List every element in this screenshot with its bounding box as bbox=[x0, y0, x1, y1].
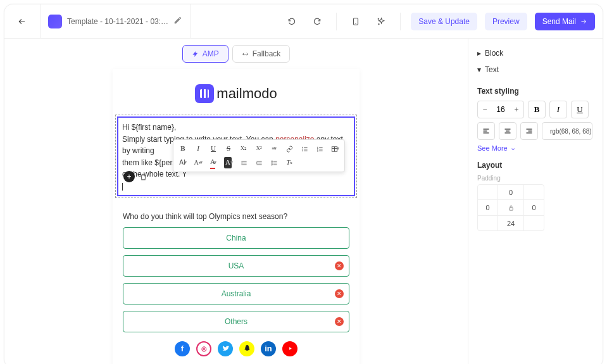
rich-text-toolbar: B I U S X₂ X² ≡▾ bbox=[173, 139, 345, 172]
list-ul-button[interactable] bbox=[297, 142, 311, 155]
increase-font-button[interactable]: + bbox=[510, 101, 523, 118]
youtube-icon[interactable] bbox=[282, 341, 297, 356]
linkedin-icon[interactable]: in bbox=[261, 341, 276, 356]
link-button[interactable] bbox=[282, 142, 296, 155]
remove-option-icon[interactable]: ✕ bbox=[335, 261, 344, 270]
topbar: Template - 10-11-2021 - 03:… Save & Upda… bbox=[4, 4, 603, 39]
strike-button[interactable]: S bbox=[222, 142, 235, 155]
align-right-button[interactable] bbox=[520, 122, 538, 140]
text-color-input[interactable]: rgb(68, 68, 68) bbox=[542, 122, 592, 140]
align-button[interactable]: ≡▾ bbox=[267, 142, 281, 155]
chevron-down-icon: ⌄ bbox=[510, 144, 516, 152]
template-title: Template - 10-11-2021 - 03:… bbox=[67, 17, 168, 26]
selected-block[interactable]: Hi ${first name}, Simply start typing to… bbox=[115, 115, 357, 198]
properties-sidebar: ▸ Block ▾ Text Text styling − 16 + B I U bbox=[468, 39, 603, 364]
preview-button[interactable]: Preview bbox=[485, 13, 527, 30]
tab-amp-label: AMP bbox=[203, 49, 219, 58]
text-styling-title: Text styling bbox=[477, 87, 594, 96]
social-icons: f ◎ in bbox=[123, 341, 349, 356]
remove-option-icon[interactable]: ✕ bbox=[335, 317, 344, 326]
italic-button[interactable]: I bbox=[191, 142, 205, 155]
svg-point-3 bbox=[302, 150, 303, 151]
device-preview-icon[interactable] bbox=[347, 13, 365, 30]
tab-fallback-label: Fallback bbox=[253, 49, 281, 58]
highlight-button[interactable]: A▾ bbox=[222, 156, 235, 169]
text-line-1: Hi ${first name}, bbox=[122, 123, 176, 132]
padding-top[interactable]: 0 bbox=[498, 185, 523, 200]
tab-amp[interactable]: AMP bbox=[182, 45, 228, 63]
canvas-pane: AMP Fallback mailmodo Hi ${first name}, … bbox=[4, 39, 468, 364]
padding-label: Padding bbox=[477, 175, 594, 182]
text-cursor bbox=[122, 183, 123, 191]
layout-title: Layout bbox=[477, 161, 594, 170]
mode-tabs: AMP Fallback bbox=[182, 45, 291, 63]
underline-style-button[interactable]: U bbox=[571, 101, 589, 118]
underline-button[interactable]: U bbox=[206, 142, 220, 155]
bold-style-button[interactable]: B bbox=[528, 101, 546, 118]
brand: mailmodo bbox=[123, 84, 349, 103]
color-value: rgb(68, 68, 68) bbox=[550, 128, 592, 135]
align-center-button[interactable] bbox=[499, 122, 516, 140]
font-size-button[interactable]: A±▾ bbox=[191, 156, 205, 169]
italic-style-button[interactable]: I bbox=[549, 101, 567, 118]
padding-left[interactable]: 0 bbox=[478, 200, 498, 215]
email-canvas[interactable]: mailmodo Hi ${first name}, Simply start … bbox=[113, 69, 360, 364]
option-others[interactable]: Others✕ bbox=[123, 311, 349, 332]
chevron-down-icon: ▾ bbox=[477, 65, 481, 74]
magic-icon[interactable] bbox=[372, 13, 390, 30]
table-button[interactable]: ▾ bbox=[328, 142, 342, 155]
list-ol-button[interactable] bbox=[313, 142, 327, 155]
see-more-link[interactable]: See More ⌄ bbox=[477, 144, 594, 152]
remove-option-icon[interactable]: ✕ bbox=[335, 289, 344, 298]
brand-name: mailmodo bbox=[216, 85, 277, 102]
bold-button[interactable]: B bbox=[176, 142, 190, 155]
block-label: Block bbox=[485, 49, 503, 58]
delete-block-button[interactable] bbox=[137, 171, 149, 182]
align-left-button[interactable] bbox=[477, 122, 495, 140]
svg-point-1 bbox=[302, 147, 303, 147]
block-tools: + bbox=[123, 171, 149, 182]
ai-button[interactable]: AI▾ bbox=[176, 156, 190, 169]
instagram-icon[interactable]: ◎ bbox=[196, 341, 211, 356]
font-size-value: 16 bbox=[492, 105, 510, 114]
subscript-button[interactable]: X₂ bbox=[237, 142, 251, 155]
svg-rect-5 bbox=[509, 208, 513, 210]
add-block-button[interactable]: + bbox=[123, 171, 135, 182]
indent-button[interactable] bbox=[252, 156, 266, 169]
decrease-font-button[interactable]: − bbox=[478, 101, 492, 118]
outdent-button[interactable] bbox=[237, 156, 251, 169]
title-region: Template - 10-11-2021 - 03:… bbox=[40, 4, 191, 38]
snapchat-icon[interactable] bbox=[239, 341, 254, 356]
padding-control[interactable]: 0 0 0 24 bbox=[477, 184, 544, 231]
padding-bottom[interactable]: 24 bbox=[498, 215, 523, 230]
option-usa[interactable]: USA✕ bbox=[123, 255, 349, 277]
block-accordion[interactable]: ▸ Block bbox=[477, 45, 594, 61]
brand-logo-icon bbox=[195, 84, 214, 103]
clear-format-button[interactable]: Tx bbox=[282, 156, 296, 169]
superscript-button[interactable]: X² bbox=[252, 142, 266, 155]
app-logo bbox=[48, 15, 62, 28]
font-color-button[interactable]: A▾ bbox=[206, 156, 220, 169]
option-australia[interactable]: Australia✕ bbox=[123, 283, 349, 304]
send-mail-label: Send Mail bbox=[542, 17, 576, 26]
line-height-button[interactable] bbox=[267, 156, 281, 169]
back-button[interactable] bbox=[12, 11, 32, 32]
text-accordion[interactable]: ▾ Text bbox=[477, 61, 594, 78]
font-size-stepper[interactable]: − 16 + bbox=[477, 101, 524, 118]
text-block-editor[interactable]: Hi ${first name}, Simply start typing to… bbox=[117, 116, 355, 196]
svg-point-2 bbox=[302, 149, 303, 149]
question-text: Who do you think will top Olympics next … bbox=[123, 212, 349, 221]
text-label: Text bbox=[485, 65, 499, 74]
save-update-button[interactable]: Save & Update bbox=[411, 13, 477, 30]
padding-right[interactable]: 0 bbox=[523, 200, 544, 215]
padding-lock-icon[interactable] bbox=[498, 200, 523, 215]
facebook-icon[interactable]: f bbox=[175, 341, 190, 356]
chevron-right-icon: ▸ bbox=[477, 49, 481, 58]
tab-fallback[interactable]: Fallback bbox=[232, 45, 291, 63]
option-china[interactable]: China bbox=[123, 227, 349, 249]
undo-button[interactable] bbox=[283, 13, 301, 30]
twitter-icon[interactable] bbox=[218, 341, 233, 356]
redo-button[interactable] bbox=[308, 13, 326, 30]
edit-title-icon[interactable] bbox=[173, 16, 182, 27]
send-mail-button[interactable]: Send Mail bbox=[535, 13, 595, 30]
